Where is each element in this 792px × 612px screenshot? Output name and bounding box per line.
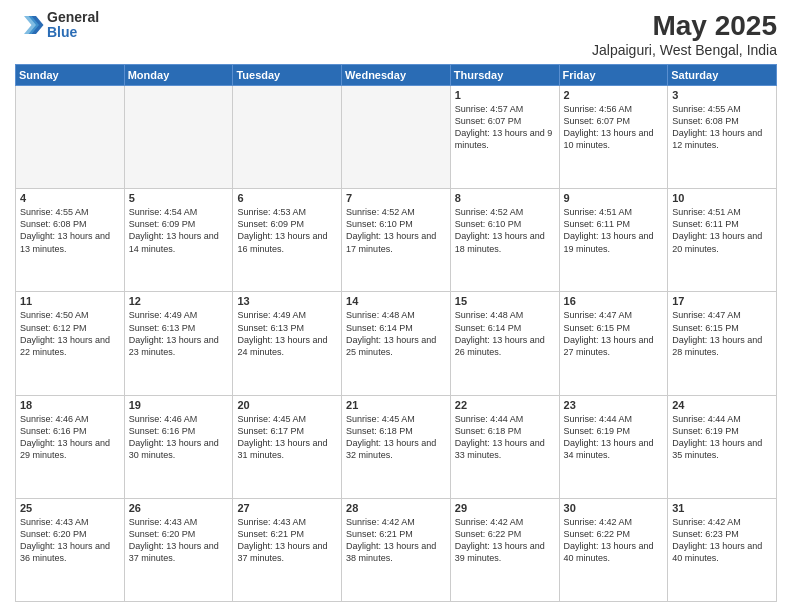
day-info: Sunrise: 4:56 AMSunset: 6:07 PMDaylight:… <box>564 103 664 152</box>
calendar-cell: 17Sunrise: 4:47 AMSunset: 6:15 PMDayligh… <box>668 292 777 395</box>
calendar-cell: 6Sunrise: 4:53 AMSunset: 6:09 PMDaylight… <box>233 189 342 292</box>
day-number: 14 <box>346 295 446 307</box>
weekday-header: Thursday <box>450 65 559 86</box>
calendar-cell: 27Sunrise: 4:43 AMSunset: 6:21 PMDayligh… <box>233 498 342 601</box>
day-number: 17 <box>672 295 772 307</box>
weekday-header: Tuesday <box>233 65 342 86</box>
calendar-cell: 21Sunrise: 4:45 AMSunset: 6:18 PMDayligh… <box>342 395 451 498</box>
calendar-cell: 30Sunrise: 4:42 AMSunset: 6:22 PMDayligh… <box>559 498 668 601</box>
calendar-cell: 1Sunrise: 4:57 AMSunset: 6:07 PMDaylight… <box>450 86 559 189</box>
day-info: Sunrise: 4:44 AMSunset: 6:18 PMDaylight:… <box>455 413 555 462</box>
day-info: Sunrise: 4:50 AMSunset: 6:12 PMDaylight:… <box>20 309 120 358</box>
day-number: 31 <box>672 502 772 514</box>
calendar-cell <box>124 86 233 189</box>
day-info: Sunrise: 4:45 AMSunset: 6:18 PMDaylight:… <box>346 413 446 462</box>
day-info: Sunrise: 4:42 AMSunset: 6:22 PMDaylight:… <box>564 516 664 565</box>
calendar-cell: 16Sunrise: 4:47 AMSunset: 6:15 PMDayligh… <box>559 292 668 395</box>
calendar-cell: 19Sunrise: 4:46 AMSunset: 6:16 PMDayligh… <box>124 395 233 498</box>
calendar-cell: 29Sunrise: 4:42 AMSunset: 6:22 PMDayligh… <box>450 498 559 601</box>
calendar-cell: 31Sunrise: 4:42 AMSunset: 6:23 PMDayligh… <box>668 498 777 601</box>
day-info: Sunrise: 4:49 AMSunset: 6:13 PMDaylight:… <box>237 309 337 358</box>
weekday-header: Monday <box>124 65 233 86</box>
calendar-cell: 4Sunrise: 4:55 AMSunset: 6:08 PMDaylight… <box>16 189 125 292</box>
day-number: 2 <box>564 89 664 101</box>
logo-icon <box>15 10 45 40</box>
weekday-header: Sunday <box>16 65 125 86</box>
day-number: 8 <box>455 192 555 204</box>
day-info: Sunrise: 4:47 AMSunset: 6:15 PMDaylight:… <box>564 309 664 358</box>
calendar-cell: 26Sunrise: 4:43 AMSunset: 6:20 PMDayligh… <box>124 498 233 601</box>
day-number: 27 <box>237 502 337 514</box>
day-info: Sunrise: 4:42 AMSunset: 6:21 PMDaylight:… <box>346 516 446 565</box>
day-info: Sunrise: 4:46 AMSunset: 6:16 PMDaylight:… <box>20 413 120 462</box>
title-block: May 2025 Jalpaiguri, West Bengal, India <box>592 10 777 58</box>
day-number: 28 <box>346 502 446 514</box>
day-info: Sunrise: 4:51 AMSunset: 6:11 PMDaylight:… <box>672 206 772 255</box>
calendar-cell: 13Sunrise: 4:49 AMSunset: 6:13 PMDayligh… <box>233 292 342 395</box>
day-info: Sunrise: 4:42 AMSunset: 6:22 PMDaylight:… <box>455 516 555 565</box>
calendar-cell: 24Sunrise: 4:44 AMSunset: 6:19 PMDayligh… <box>668 395 777 498</box>
day-number: 19 <box>129 399 229 411</box>
calendar-cell: 3Sunrise: 4:55 AMSunset: 6:08 PMDaylight… <box>668 86 777 189</box>
calendar-cell: 11Sunrise: 4:50 AMSunset: 6:12 PMDayligh… <box>16 292 125 395</box>
day-number: 6 <box>237 192 337 204</box>
day-number: 9 <box>564 192 664 204</box>
calendar-cell: 12Sunrise: 4:49 AMSunset: 6:13 PMDayligh… <box>124 292 233 395</box>
calendar-week-row: 25Sunrise: 4:43 AMSunset: 6:20 PMDayligh… <box>16 498 777 601</box>
calendar-cell: 20Sunrise: 4:45 AMSunset: 6:17 PMDayligh… <box>233 395 342 498</box>
day-info: Sunrise: 4:48 AMSunset: 6:14 PMDaylight:… <box>455 309 555 358</box>
day-info: Sunrise: 4:45 AMSunset: 6:17 PMDaylight:… <box>237 413 337 462</box>
day-number: 29 <box>455 502 555 514</box>
calendar-cell <box>342 86 451 189</box>
day-info: Sunrise: 4:47 AMSunset: 6:15 PMDaylight:… <box>672 309 772 358</box>
day-number: 10 <box>672 192 772 204</box>
day-number: 5 <box>129 192 229 204</box>
day-info: Sunrise: 4:46 AMSunset: 6:16 PMDaylight:… <box>129 413 229 462</box>
month-title: May 2025 <box>592 10 777 42</box>
day-info: Sunrise: 4:44 AMSunset: 6:19 PMDaylight:… <box>672 413 772 462</box>
weekday-header: Wednesday <box>342 65 451 86</box>
day-number: 22 <box>455 399 555 411</box>
calendar-week-row: 11Sunrise: 4:50 AMSunset: 6:12 PMDayligh… <box>16 292 777 395</box>
day-number: 3 <box>672 89 772 101</box>
weekday-header: Saturday <box>668 65 777 86</box>
day-number: 23 <box>564 399 664 411</box>
day-number: 24 <box>672 399 772 411</box>
calendar-cell: 18Sunrise: 4:46 AMSunset: 6:16 PMDayligh… <box>16 395 125 498</box>
weekday-header-row: SundayMondayTuesdayWednesdayThursdayFrid… <box>16 65 777 86</box>
day-number: 13 <box>237 295 337 307</box>
day-number: 20 <box>237 399 337 411</box>
calendar-cell: 28Sunrise: 4:42 AMSunset: 6:21 PMDayligh… <box>342 498 451 601</box>
day-number: 18 <box>20 399 120 411</box>
location: Jalpaiguri, West Bengal, India <box>592 42 777 58</box>
day-number: 15 <box>455 295 555 307</box>
day-info: Sunrise: 4:55 AMSunset: 6:08 PMDaylight:… <box>672 103 772 152</box>
calendar-cell: 23Sunrise: 4:44 AMSunset: 6:19 PMDayligh… <box>559 395 668 498</box>
page: General Blue May 2025 Jalpaiguri, West B… <box>0 0 792 612</box>
day-info: Sunrise: 4:42 AMSunset: 6:23 PMDaylight:… <box>672 516 772 565</box>
calendar-cell: 15Sunrise: 4:48 AMSunset: 6:14 PMDayligh… <box>450 292 559 395</box>
day-number: 21 <box>346 399 446 411</box>
weekday-header: Friday <box>559 65 668 86</box>
day-number: 7 <box>346 192 446 204</box>
calendar-week-row: 18Sunrise: 4:46 AMSunset: 6:16 PMDayligh… <box>16 395 777 498</box>
day-number: 26 <box>129 502 229 514</box>
calendar-cell: 22Sunrise: 4:44 AMSunset: 6:18 PMDayligh… <box>450 395 559 498</box>
day-info: Sunrise: 4:52 AMSunset: 6:10 PMDaylight:… <box>455 206 555 255</box>
day-info: Sunrise: 4:48 AMSunset: 6:14 PMDaylight:… <box>346 309 446 358</box>
calendar-table: SundayMondayTuesdayWednesdayThursdayFrid… <box>15 64 777 602</box>
calendar-cell: 8Sunrise: 4:52 AMSunset: 6:10 PMDaylight… <box>450 189 559 292</box>
day-info: Sunrise: 4:55 AMSunset: 6:08 PMDaylight:… <box>20 206 120 255</box>
calendar-cell: 5Sunrise: 4:54 AMSunset: 6:09 PMDaylight… <box>124 189 233 292</box>
logo-text: General Blue <box>47 10 99 41</box>
calendar-cell: 25Sunrise: 4:43 AMSunset: 6:20 PMDayligh… <box>16 498 125 601</box>
day-number: 1 <box>455 89 555 101</box>
day-info: Sunrise: 4:51 AMSunset: 6:11 PMDaylight:… <box>564 206 664 255</box>
calendar-cell: 7Sunrise: 4:52 AMSunset: 6:10 PMDaylight… <box>342 189 451 292</box>
day-info: Sunrise: 4:57 AMSunset: 6:07 PMDaylight:… <box>455 103 555 152</box>
calendar-cell: 10Sunrise: 4:51 AMSunset: 6:11 PMDayligh… <box>668 189 777 292</box>
day-info: Sunrise: 4:43 AMSunset: 6:21 PMDaylight:… <box>237 516 337 565</box>
calendar-cell: 14Sunrise: 4:48 AMSunset: 6:14 PMDayligh… <box>342 292 451 395</box>
day-number: 25 <box>20 502 120 514</box>
day-info: Sunrise: 4:49 AMSunset: 6:13 PMDaylight:… <box>129 309 229 358</box>
